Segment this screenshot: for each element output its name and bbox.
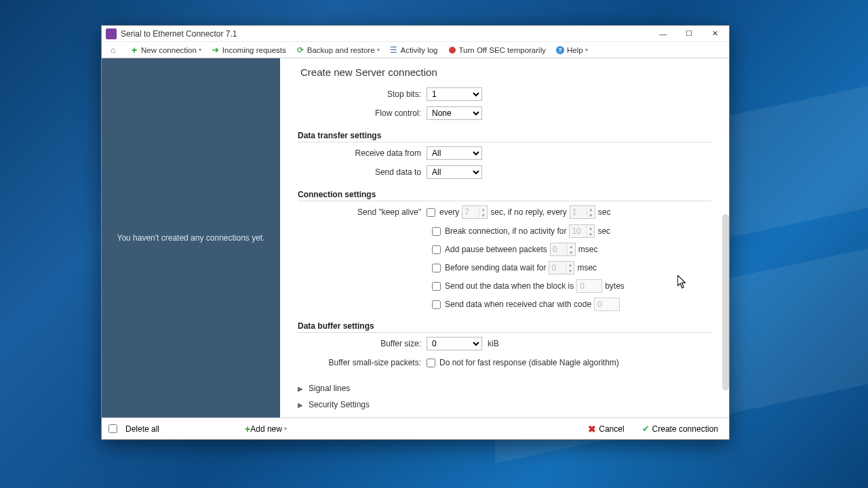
- signal-lines-label: Signal lines: [309, 384, 350, 393]
- stop-bits-label: Stop bits:: [298, 89, 427, 99]
- page-title: Create new Server connection: [280, 58, 729, 83]
- block-size-checkbox[interactable]: [432, 282, 441, 291]
- kib-label: kiB: [488, 339, 499, 348]
- plus-icon: +: [245, 424, 250, 434]
- nagle-label: Do not for fast response (disable Nagle …: [439, 358, 619, 367]
- sidebar: You haven't created any connections yet.: [102, 58, 280, 418]
- keepalive-retry-input[interactable]: ▲▼: [570, 205, 595, 219]
- turn-off-label: Turn Off SEC temporarily: [459, 46, 546, 54]
- before-send-label: Before sending data wait for: [445, 263, 546, 272]
- app-icon: [106, 28, 117, 39]
- settings-form: Stop bits: 1 Flow control: None Data tra…: [280, 83, 729, 418]
- minimize-button[interactable]: —: [650, 26, 676, 41]
- incoming-requests-label: Incoming requests: [222, 46, 286, 54]
- new-connection-label: New connection: [141, 46, 197, 54]
- record-icon: [448, 45, 457, 55]
- sec-label2: sec: [597, 226, 610, 236]
- window-title: Serial to Ethernet Connector 7.1: [121, 29, 237, 39]
- security-label: Security Settings: [309, 400, 370, 409]
- chevron-down-icon: ▾: [585, 47, 588, 53]
- footer: Delete all + Add new ▾ ✖ Cancel ✔ Create…: [102, 418, 729, 439]
- activity-log-button[interactable]: ☰ Activity log: [387, 45, 441, 56]
- pause-checkbox[interactable]: [432, 245, 441, 254]
- activity-log-label: Activity log: [401, 46, 438, 54]
- maximize-button[interactable]: ☐: [676, 26, 702, 41]
- break-timeout-input[interactable]: ▲▼: [569, 224, 595, 238]
- stop-bits-select[interactable]: 1: [427, 87, 482, 101]
- chevron-down-icon: ▾: [199, 47, 201, 53]
- titlebar[interactable]: Serial to Ethernet Connector 7.1 — ☐ ✕: [102, 26, 729, 42]
- char-code-checkbox[interactable]: [432, 300, 441, 309]
- receive-from-label: Receive data from: [298, 148, 427, 158]
- block-size-input[interactable]: 0: [576, 279, 602, 293]
- turn-off-button[interactable]: Turn Off SEC temporarily: [445, 45, 549, 56]
- close-button[interactable]: ✕: [702, 26, 728, 41]
- create-label: Create connection: [652, 424, 718, 434]
- expander-signal-lines[interactable]: ▶ Signal lines: [298, 380, 711, 396]
- chevron-right-icon: ▶: [298, 385, 304, 392]
- before-send-input[interactable]: ▲▼: [549, 261, 574, 274]
- log-icon: ☰: [389, 45, 399, 55]
- arrow-in-icon: ➜: [211, 45, 220, 55]
- nagle-checkbox[interactable]: [427, 359, 435, 367]
- msec-label: msec: [578, 245, 598, 254]
- new-connection-button[interactable]: + New connection ▾: [127, 45, 204, 56]
- sec-label: sec: [598, 207, 611, 217]
- sidebar-empty-message: You haven't created any connections yet.: [117, 233, 265, 243]
- delete-all-label: Delete all: [125, 424, 159, 434]
- every-label: every: [439, 207, 459, 217]
- break-connection-label: Break connection, if no activity for: [445, 226, 566, 236]
- home-button[interactable]: ⌂: [106, 45, 123, 56]
- block-size-label: Send out the data when the block is: [445, 281, 574, 291]
- keepalive-interval-input[interactable]: ▲▼: [462, 205, 488, 219]
- break-connection-checkbox[interactable]: [432, 227, 441, 236]
- toolbar: ⌂ + New connection ▾ ➜ Incoming requests…: [102, 42, 729, 58]
- add-new-button[interactable]: + Add new ▾: [241, 423, 291, 435]
- buffer-size-label: Buffer size:: [298, 339, 427, 348]
- help-button[interactable]: ? Help ▾: [553, 45, 591, 56]
- backup-restore-label: Backup and restore: [307, 46, 375, 54]
- section-buffer: Data buffer settings: [298, 321, 711, 333]
- before-send-checkbox[interactable]: [432, 264, 441, 272]
- help-icon: ?: [555, 45, 565, 55]
- check-icon: ✔: [642, 424, 650, 434]
- section-data-transfer: Data transfer settings: [298, 131, 711, 142]
- add-new-label: Add new: [250, 424, 282, 434]
- create-connection-button[interactable]: ✔ Create connection: [638, 422, 722, 435]
- flow-control-label: Flow control:: [298, 108, 427, 118]
- backup-restore-button[interactable]: ⟳ Backup and restore ▾: [293, 45, 382, 56]
- home-icon: ⌂: [108, 45, 118, 55]
- cancel-label: Cancel: [599, 424, 624, 434]
- help-label: Help: [567, 46, 583, 54]
- x-icon: ✖: [588, 424, 596, 434]
- delete-all-checkbox[interactable]: [108, 424, 117, 433]
- section-connection: Connection settings: [298, 190, 711, 201]
- scrollbar[interactable]: [722, 214, 729, 390]
- keepalive-label: Send "keep alive": [298, 207, 427, 217]
- char-code-label: Send data when received char with code: [445, 300, 591, 309]
- buffer-size-select[interactable]: 0: [427, 337, 482, 350]
- msec-label2: msec: [577, 263, 597, 272]
- pause-input[interactable]: ▲▼: [550, 243, 576, 256]
- expander-security[interactable]: ▶ Security Settings: [298, 396, 711, 413]
- chevron-right-icon: ▶: [298, 401, 304, 409]
- flow-control-select[interactable]: None: [427, 106, 482, 120]
- plus-icon: +: [130, 45, 139, 55]
- refresh-icon: ⟳: [296, 45, 305, 55]
- chevron-down-icon: ▾: [284, 426, 287, 432]
- char-code-input[interactable]: 0: [594, 298, 620, 311]
- receive-from-select[interactable]: All: [427, 146, 482, 160]
- bytes-label: bytes: [605, 281, 625, 291]
- keepalive-checkbox[interactable]: [427, 208, 435, 217]
- app-window: Serial to Ethernet Connector 7.1 — ☐ ✕ ⌂…: [101, 25, 730, 440]
- cancel-button[interactable]: ✖ Cancel: [584, 422, 628, 436]
- send-to-select[interactable]: All: [427, 165, 482, 179]
- pause-label: Add pause between packets: [445, 245, 547, 254]
- send-to-label: Send data to: [298, 167, 427, 177]
- sec-noreply-label: sec, if no reply, every: [490, 207, 567, 217]
- buffer-small-label: Buffer small-size packets:: [298, 358, 427, 367]
- chevron-down-icon: ▾: [377, 47, 380, 53]
- incoming-requests-button[interactable]: ➜ Incoming requests: [208, 45, 289, 56]
